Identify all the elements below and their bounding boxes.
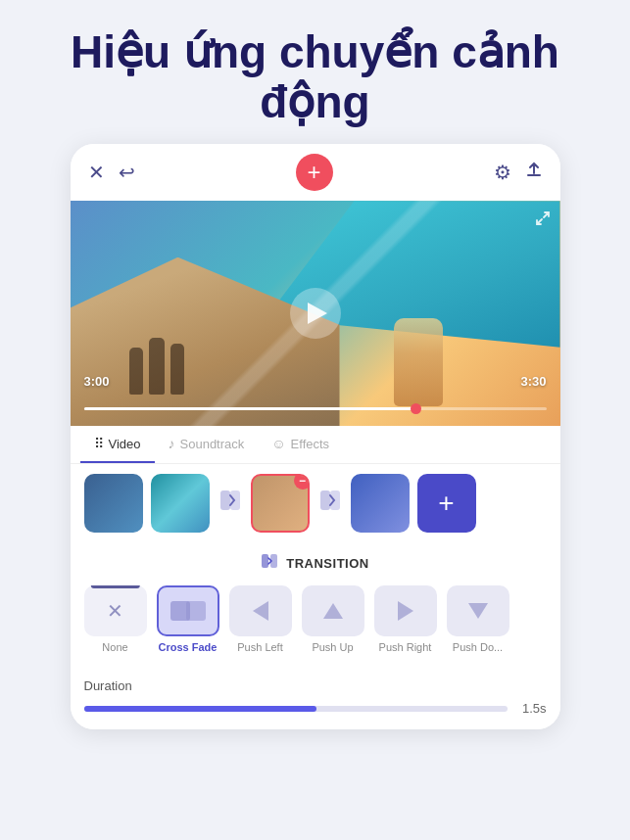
page-title: Hiệu ứng chuyển cảnh động bbox=[20, 27, 610, 126]
toolbar-left: ✕ ↩ bbox=[88, 161, 135, 184]
transition-pushdown[interactable]: Push Do... bbox=[447, 585, 509, 653]
transition-header: TRANSITION bbox=[84, 542, 547, 585]
transition-pushleft-box[interactable] bbox=[229, 585, 292, 636]
duration-slider[interactable] bbox=[84, 706, 508, 712]
default-badge: DEFAULT bbox=[90, 585, 139, 588]
duration-value: 1.5s bbox=[517, 701, 547, 716]
video-tab-icon: ⠿ bbox=[94, 436, 104, 451]
none-x-icon: ✕ bbox=[107, 599, 123, 623]
transition-pushright-label: Push Right bbox=[379, 641, 432, 653]
add-button[interactable]: + bbox=[296, 154, 333, 191]
progress-fill bbox=[84, 407, 417, 410]
add-clip-button[interactable]: + bbox=[417, 474, 476, 533]
transition-title: TRANSITION bbox=[286, 556, 368, 571]
tab-effects[interactable]: ☺ Effects bbox=[258, 426, 343, 463]
duration-section: Duration 1.5s bbox=[71, 671, 560, 729]
tab-soundtrack-label: Soundtrack bbox=[180, 437, 245, 451]
share-icon[interactable] bbox=[525, 162, 543, 184]
figure-right bbox=[394, 318, 443, 406]
transition-marker-2 bbox=[317, 488, 343, 519]
play-triangle bbox=[308, 303, 327, 324]
resize-icon[interactable] bbox=[535, 210, 551, 230]
tab-bar: ⠿ Video ♪ Soundtrack ☺ Effects bbox=[71, 426, 560, 464]
clip-thumb-4[interactable] bbox=[351, 474, 410, 533]
app-card: ✕ ↩ + ⚙ bbox=[71, 144, 560, 729]
transition-crossfade-box[interactable] bbox=[157, 585, 219, 636]
transition-pushright[interactable]: Push Right bbox=[374, 585, 437, 653]
svg-rect-4 bbox=[262, 554, 268, 568]
transition-pushdown-label: Push Do... bbox=[453, 641, 503, 653]
pushright-arrow-icon bbox=[398, 601, 413, 621]
transition-none[interactable]: DEFAULT ✕ None bbox=[84, 585, 147, 653]
transition-none-label: None bbox=[102, 641, 127, 653]
transition-pushright-box[interactable] bbox=[374, 585, 437, 636]
transition-pushdown-box[interactable] bbox=[447, 585, 509, 636]
transition-pushup-label: Push Up bbox=[312, 641, 353, 653]
transition-crossfade-label: Cross Fade bbox=[159, 641, 218, 653]
clip-thumb-3[interactable]: − bbox=[251, 474, 310, 533]
toolbar-right: ⚙ bbox=[494, 161, 543, 184]
figures bbox=[129, 338, 184, 395]
tab-effects-label: Effects bbox=[291, 437, 330, 451]
pushdown-arrow-icon bbox=[468, 603, 488, 619]
svg-rect-2 bbox=[320, 490, 330, 510]
settings-icon[interactable]: ⚙ bbox=[494, 161, 511, 184]
svg-rect-0 bbox=[220, 490, 230, 510]
pushup-arrow-icon bbox=[323, 603, 343, 619]
play-button[interactable] bbox=[290, 288, 341, 339]
progress-bar[interactable] bbox=[84, 407, 547, 410]
duration-label: Duration bbox=[84, 678, 547, 693]
crossfade-icon bbox=[170, 593, 206, 629]
clip-remove-btn[interactable]: − bbox=[294, 474, 310, 490]
toolbar: ✕ ↩ + ⚙ bbox=[71, 144, 560, 201]
tab-video-label: Video bbox=[109, 437, 141, 451]
duration-row: 1.5s bbox=[84, 701, 547, 716]
tab-video[interactable]: ⠿ Video bbox=[80, 426, 155, 463]
transition-pushleft[interactable]: Push Left bbox=[229, 585, 292, 653]
transition-marker-1 bbox=[218, 488, 243, 519]
timestamp-left: 3:00 bbox=[84, 374, 110, 389]
transition-pushleft-label: Push Left bbox=[237, 641, 282, 653]
transition-crossfade[interactable]: Cross Fade bbox=[157, 585, 219, 653]
transition-pushup-box[interactable] bbox=[302, 585, 364, 636]
close-icon[interactable]: ✕ bbox=[88, 161, 105, 184]
transition-none-box[interactable]: DEFAULT ✕ bbox=[84, 585, 147, 636]
pushleft-arrow-icon bbox=[253, 601, 268, 621]
clip-thumb-1[interactable] bbox=[84, 474, 143, 533]
clip-thumb-2[interactable] bbox=[151, 474, 210, 533]
transition-header-icon bbox=[261, 552, 278, 574]
video-preview: 3:00 3:30 bbox=[71, 201, 560, 426]
transition-section: TRANSITION DEFAULT ✕ None Cross bbox=[71, 542, 560, 671]
transition-list: DEFAULT ✕ None Cross Fade bbox=[84, 585, 547, 657]
tab-soundtrack[interactable]: ♪ Soundtrack bbox=[155, 426, 259, 463]
undo-icon[interactable]: ↩ bbox=[119, 161, 135, 184]
clip-strip: − + bbox=[71, 464, 560, 542]
duration-slider-fill bbox=[84, 706, 317, 712]
transition-pushup[interactable]: Push Up bbox=[302, 585, 364, 653]
effects-tab-icon: ☺ bbox=[271, 436, 285, 451]
soundtrack-tab-icon: ♪ bbox=[169, 436, 175, 451]
timestamp-right: 3:30 bbox=[520, 374, 546, 389]
